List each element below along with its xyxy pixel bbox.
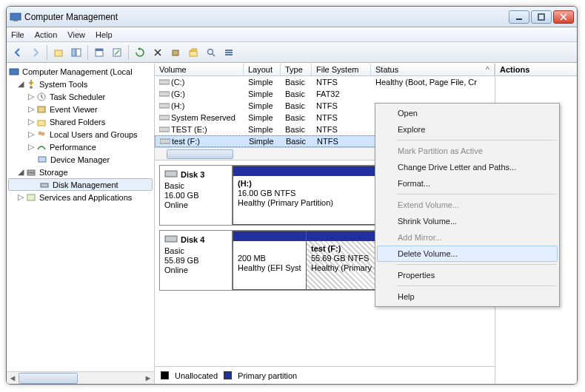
svg-rect-1 — [13, 20, 18, 21]
menu-view[interactable]: View — [67, 30, 85, 39]
maximize-button[interactable] — [531, 10, 552, 24]
drive-icon — [159, 78, 170, 86]
svg-rect-23 — [39, 157, 46, 162]
svg-point-17 — [30, 86, 33, 89]
ctx-mirror: Add Mirror... — [377, 229, 558, 246]
disk-info[interactable]: Disk 4 Basic 55.89 GB Online — [160, 231, 233, 290]
forward-button[interactable] — [27, 44, 44, 61]
help-toolbar-button[interactable] — [109, 44, 125, 61]
drive-icon — [159, 126, 170, 133]
list-toolbar-button[interactable] — [221, 44, 237, 61]
partition-bar — [233, 232, 306, 241]
ctx-open[interactable]: Open — [377, 105, 558, 121]
disk-icon — [164, 169, 178, 180]
drive-icon — [159, 114, 170, 121]
show-hide-tree-button[interactable] — [68, 44, 84, 61]
svg-rect-2 — [516, 18, 522, 20]
properties-button[interactable] — [91, 44, 107, 61]
tree-event-viewer[interactable]: ▷Event Viewer — [7, 103, 154, 115]
volume-row[interactable]: (C:)SimpleBasicNTFSHealthy (Boot, Page F… — [155, 76, 495, 88]
svg-rect-15 — [225, 54, 233, 55]
svg-rect-5 — [72, 49, 76, 56]
svg-rect-8 — [96, 49, 103, 51]
back-button[interactable] — [10, 44, 26, 61]
tree-storage[interactable]: ◢Storage — [7, 166, 154, 178]
col-status[interactable]: Status^ — [371, 64, 495, 75]
ctx-help[interactable]: Help — [377, 288, 558, 305]
close-button[interactable] — [553, 10, 574, 24]
ctx-properties[interactable]: Properties — [377, 267, 558, 283]
svg-rect-20 — [38, 121, 45, 126]
minimize-button[interactable] — [509, 10, 529, 24]
tree-task-scheduler[interactable]: ▷Task Scheduler — [7, 90, 154, 103]
svg-rect-32 — [159, 127, 170, 132]
svg-rect-35 — [165, 236, 177, 242]
ctx-delete-volume[interactable]: Delete Volume... — [377, 246, 558, 262]
tree-local-users[interactable]: ▷Local Users and Groups — [7, 128, 154, 141]
tree-root[interactable]: Computer Management (Local — [7, 65, 154, 78]
window-title: Computer Management — [24, 12, 509, 22]
svg-rect-31 — [159, 115, 170, 120]
toolbar — [7, 42, 577, 63]
svg-rect-19 — [38, 107, 45, 112]
col-layout[interactable]: Layout — [244, 64, 281, 75]
ctx-shrink[interactable]: Shrink Volume... — [377, 213, 558, 229]
volume-header[interactable]: Volume Layout Type File System Status^ — [155, 64, 495, 76]
col-type[interactable]: Type — [281, 64, 312, 75]
svg-rect-3 — [538, 14, 544, 20]
svg-rect-14 — [225, 52, 233, 53]
settings-toolbar-button[interactable] — [167, 44, 184, 61]
menubar: File Action View Help — [7, 27, 577, 42]
legend: Unallocated Primary partition — [155, 366, 495, 384]
find-toolbar-button[interactable] — [203, 44, 219, 61]
partition[interactable]: 200 MB Healthy (EFI Syst — [233, 231, 307, 290]
delete-toolbar-button[interactable] — [150, 44, 166, 61]
tree-device-manager[interactable]: Device Manager — [7, 153, 154, 166]
svg-rect-13 — [225, 50, 233, 51]
legend-swatch-primary — [224, 371, 232, 379]
volume-row[interactable]: (G:)SimpleBasicFAT32 — [155, 88, 495, 100]
svg-rect-0 — [10, 13, 21, 20]
open-toolbar-button[interactable] — [185, 44, 201, 61]
svg-rect-33 — [160, 139, 170, 143]
drive-icon — [159, 102, 170, 109]
actions-header: Actions — [495, 64, 577, 76]
tree-hscroll[interactable]: ◄ ► — [7, 371, 154, 384]
svg-rect-4 — [55, 50, 62, 56]
ctx-change-letter[interactable]: Change Drive Letter and Paths... — [377, 159, 558, 175]
titlebar[interactable]: Computer Management — [7, 7, 577, 27]
refresh-button[interactable] — [132, 44, 148, 61]
menu-help[interactable]: Help — [96, 30, 113, 39]
context-menu: Open Explore Mark Partition as Active Ch… — [375, 103, 560, 307]
ctx-explore[interactable]: Explore — [377, 121, 558, 138]
svg-rect-28 — [159, 80, 170, 84]
tree-pane: Computer Management (Local ◢System Tools… — [7, 64, 155, 384]
tree-performance[interactable]: ▷Performance — [7, 141, 154, 153]
disk-icon — [164, 234, 178, 246]
svg-rect-16 — [10, 69, 19, 75]
app-icon — [10, 11, 21, 23]
ctx-format[interactable]: Format... — [377, 175, 558, 192]
ctx-mark-active: Mark Partition as Active — [377, 143, 558, 159]
menu-file[interactable]: File — [11, 30, 24, 39]
svg-rect-30 — [159, 104, 170, 108]
tree-shared-folders[interactable]: ▷Shared Folders — [7, 115, 154, 128]
disk-info[interactable]: Disk 3 Basic 16.00 GB Online — [160, 166, 233, 225]
tree-services-apps[interactable]: ▷Services and Applications — [7, 191, 154, 203]
up-button[interactable] — [50, 44, 67, 61]
svg-point-12 — [208, 49, 213, 54]
tree-system-tools[interactable]: ◢System Tools — [7, 78, 154, 90]
svg-rect-29 — [159, 92, 170, 96]
svg-rect-25 — [27, 173, 35, 175]
svg-rect-11 — [190, 51, 197, 56]
drive-icon — [160, 138, 170, 145]
svg-rect-24 — [27, 170, 35, 172]
svg-point-22 — [41, 132, 45, 135]
col-volume[interactable]: Volume — [155, 64, 244, 75]
legend-swatch-unallocated — [161, 371, 169, 379]
menu-action[interactable]: Action — [35, 30, 58, 39]
drive-icon — [159, 90, 170, 98]
console-tree[interactable]: Computer Management (Local ◢System Tools… — [7, 64, 154, 371]
col-fs[interactable]: File System — [312, 64, 371, 75]
tree-disk-management[interactable]: Disk Management — [8, 178, 153, 191]
